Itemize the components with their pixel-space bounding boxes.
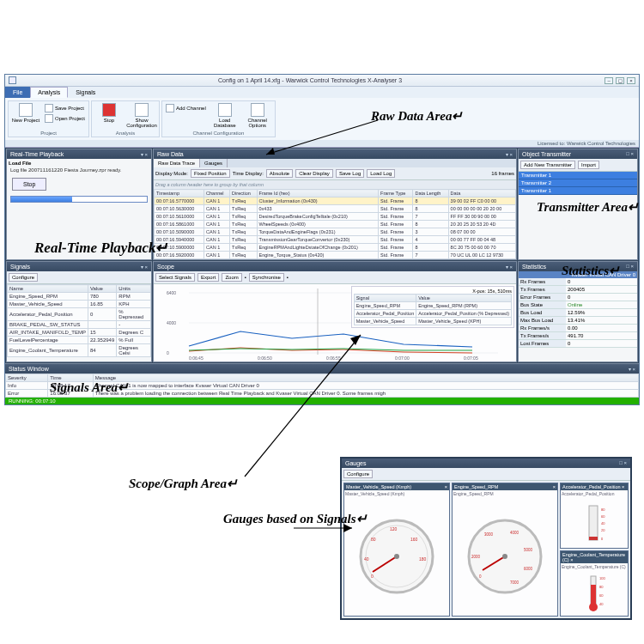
table-row[interactable]: 00:07:16.5920000CAN 1TxReqEngine_Torque_… (155, 252, 516, 259)
panel-close-icon[interactable]: ▾ × (141, 264, 148, 270)
panel-title: Status Window (9, 366, 49, 372)
col-header[interactable]: Frame Type (379, 190, 413, 197)
col-header[interactable]: Value (88, 285, 116, 293)
stop-icon (102, 103, 116, 117)
add-transmitter-button[interactable]: Add New Transmitter (520, 161, 575, 169)
save-log-button[interactable]: Save Log (336, 169, 364, 178)
synchronise-button[interactable]: Synchronise (249, 273, 284, 282)
zoom-button[interactable]: Zoom (222, 273, 241, 282)
col-header[interactable]: Time (48, 374, 93, 382)
table-row[interactable]: 00:07:16.5940000CAN 1TxReqTransmissionGe… (155, 236, 516, 244)
playback-progress[interactable] (10, 196, 148, 203)
maximize-icon[interactable]: ◻ (616, 77, 624, 84)
table-row[interactable]: 00:07:16.5770000CAN 1TxReqCluster_Inform… (155, 197, 516, 205)
gauge-engine-rpm: Engine_Speed_RPM × Engine_Speed_RPM 0200… (452, 483, 558, 617)
tab-analysis[interactable]: Analysis (30, 87, 68, 98)
table-row[interactable]: Error16:08:37There was a problem loading… (6, 390, 639, 398)
import-button[interactable]: Import (578, 161, 599, 169)
display-mode-select[interactable]: Fixed Position (191, 169, 230, 178)
col-header[interactable]: Message (93, 374, 638, 382)
workspace: Real-Time Playback▾ × Load File Log file… (5, 148, 639, 363)
col-header[interactable]: Data Length (413, 190, 448, 197)
table-row[interactable]: Engine_Speed_RPM780RPM (8, 293, 151, 301)
ribbon: File Analysis Signals New Project Save P… (5, 87, 639, 148)
stop-button[interactable]: Stop (94, 103, 124, 123)
minimize-icon[interactable]: – (605, 77, 613, 84)
table-row[interactable]: 00:07:16.5861000CAN 1TxReqWheelSpeeds (0… (155, 221, 516, 228)
svg-text:5000: 5000 (524, 548, 533, 552)
panel-close-icon[interactable]: □ × (626, 151, 634, 157)
panel-close-icon[interactable]: ▾ × (141, 151, 148, 157)
save-project-button[interactable]: Save Project (44, 103, 86, 113)
svg-text:2000: 2000 (471, 555, 481, 559)
svg-text:160: 160 (410, 537, 418, 542)
list-item[interactable]: Transmitter 1 (519, 172, 637, 179)
tab-signals[interactable]: Signals (68, 87, 103, 98)
scope-chart[interactable]: 6400 4000 0 0:06:450:06:500:06:550:07:00… (154, 284, 516, 361)
panel-close-icon[interactable]: ▾ × (506, 264, 513, 270)
col-header[interactable]: Units (117, 285, 151, 293)
gauge-coolant-temp: Engine_Coolant_Temperature (C) × Engine_… (560, 550, 629, 617)
panel-close-icon[interactable]: □ × (619, 460, 627, 466)
configure-button[interactable]: Configure (343, 470, 373, 478)
load-log-button[interactable]: Load Log (367, 169, 395, 178)
panel-title: Raw Data (157, 151, 184, 157)
table-row[interactable]: Info16:08:17Channel CAN 1 is now mapped … (6, 382, 639, 390)
panel-scope: Scope▾ × Select Signals Export Zoom • Sy… (153, 261, 517, 362)
table-row[interactable]: 00:07:10.5630000CAN 1TxReq0x433Std. Fram… (155, 205, 516, 213)
svg-text:60: 60 (599, 593, 604, 598)
svg-rect-33 (589, 537, 598, 540)
group-hint[interactable]: Drag a column header here to group by th… (154, 180, 516, 189)
add-channel-button[interactable]: Add Channel (165, 103, 207, 113)
new-project-button[interactable]: New Project (11, 103, 40, 123)
col-header[interactable]: Channel (204, 190, 230, 197)
gauge-header[interactable]: Accelerator_Pedal_Position × (561, 483, 628, 490)
col-header[interactable]: Name (8, 285, 88, 293)
col-header[interactable]: Timestamp (155, 190, 204, 197)
panel-close-icon[interactable]: ▾ × (506, 151, 513, 157)
table-row[interactable]: FuelLevelPercentage22.352949% Full (8, 337, 151, 344)
show-config-button[interactable]: Show Configuration (127, 103, 156, 128)
tab-file[interactable]: File (5, 87, 30, 98)
panel-title: Gauges (345, 460, 367, 466)
svg-text:4000: 4000 (167, 320, 176, 325)
configure-button[interactable]: Configure (9, 273, 38, 282)
table-row[interactable]: 00:07:10.5900000CAN 1TxReqEngineRPMAndLi… (155, 244, 516, 252)
export-button[interactable]: Export (197, 273, 219, 282)
table-row[interactable]: BRAKE_PEDAL_SW_STATUS- (8, 321, 151, 329)
col-header[interactable]: Severity (6, 374, 48, 382)
panel-title: Signals (10, 264, 30, 270)
close-icon[interactable]: × (627, 77, 635, 84)
panel-title: Scope (157, 264, 174, 270)
col-header[interactable]: Data (448, 190, 515, 197)
playback-stop-button[interactable]: Stop (12, 178, 46, 191)
open-project-button[interactable]: Open Project (44, 113, 86, 124)
svg-rect-40 (591, 585, 596, 605)
panel-close-icon[interactable]: ▾ × (629, 366, 635, 372)
panel-close-icon[interactable]: □ × (626, 264, 634, 270)
time-display-select[interactable]: Absolute (266, 169, 293, 178)
list-item[interactable]: Transmitter 1 (519, 187, 637, 195)
gauge-header[interactable]: Engine_Coolant_Temperature (C) × (561, 551, 628, 563)
table-row[interactable]: 00:07:10.5610000CAN 1TxReqDesiredTorqueB… (155, 213, 516, 221)
gauge-header[interactable]: Engine_Speed_RPM × (453, 483, 557, 490)
tab-gauges[interactable]: Gauges (200, 159, 228, 167)
gauge-header[interactable]: Master_Vehicle_Speed (Kmph) × (344, 483, 449, 490)
table-row[interactable]: AIR_INTAKE_MANIFOLD_TEMP15Degrees C (8, 329, 151, 337)
load-database-button[interactable]: Load Database (210, 103, 240, 128)
select-signals-button[interactable]: Select Signals (155, 273, 195, 282)
svg-text:80: 80 (599, 585, 604, 589)
table-row[interactable]: Master_Vehicle_Speed16.85KPH (8, 301, 151, 308)
stat-row: Bus StateOnline (519, 301, 637, 309)
table-row[interactable]: Accelerator_Pedal_Position0% Depressed (8, 308, 151, 321)
clear-display-button[interactable]: Clear Display (295, 169, 333, 178)
table-row[interactable]: Engine_Coolant_Temperature84Degrees Cels… (8, 344, 151, 357)
channel-options-button[interactable]: Channel Options (243, 103, 272, 128)
table-row[interactable]: 00:07:10.5090000CAN 1TxReqTorqueDataAndE… (155, 228, 516, 236)
tab-raw-trace[interactable]: Raw Data Trace (154, 159, 200, 167)
list-item[interactable]: Transmitter 2 (519, 179, 637, 187)
svg-text:0:06:45: 0:06:45 (189, 355, 204, 361)
config-icon (135, 103, 149, 117)
col-header[interactable]: Frame Id (hex) (257, 190, 379, 197)
col-header[interactable]: Direction (230, 190, 257, 197)
